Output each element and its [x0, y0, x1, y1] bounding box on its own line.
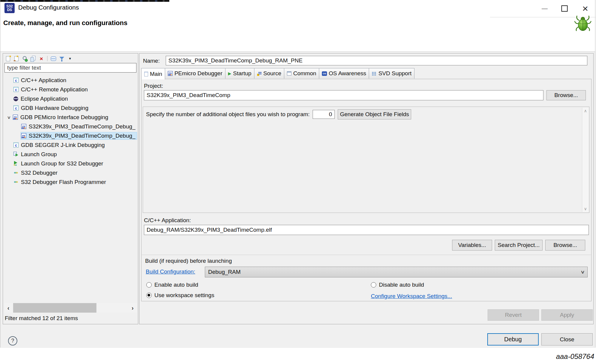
tab-startup[interactable]: ▶ Startup — [225, 68, 254, 79]
chevron-down-icon: ∨ — [580, 269, 585, 275]
tree-item[interactable]: ∨ PE GDB PEMicro Interface Debugging — [3, 113, 138, 122]
radio-icon[interactable] — [146, 282, 152, 288]
tree-item-label: S32 Debugger — [21, 170, 58, 176]
delete-configuration-icon[interactable]: × — [38, 56, 44, 62]
tab-label: Startup — [233, 70, 251, 77]
radio-label: Enable auto build — [154, 282, 198, 288]
new-configuration-icon[interactable] — [5, 56, 11, 62]
name-input[interactable] — [166, 56, 587, 65]
pemicro-icon: PE — [13, 115, 18, 120]
launch-group-s32-icon — [13, 161, 19, 166]
close-window-button[interactable]: × — [577, 2, 594, 15]
figure-label: aaa-058764 — [556, 352, 594, 361]
tab-os-awareness[interactable]: OS OS Awareness — [319, 68, 369, 79]
search-project-button[interactable]: Search Project... — [495, 240, 543, 251]
help-button[interactable]: ? — [8, 336, 17, 345]
sidebar-toolbar: × — ▼ — [5, 55, 73, 62]
launch-group-icon — [13, 152, 19, 157]
filter-menu-dropdown-icon[interactable]: ▼ — [67, 56, 73, 62]
scrollbar-thumb[interactable] — [13, 303, 96, 313]
use-workspace-settings-radio[interactable]: Use workspace settings — [146, 292, 214, 299]
application-buttons-row: Variables... Search Project... Browse... — [452, 240, 585, 251]
build-configuration-select[interactable]: Debug_RAM ∨ — [205, 267, 588, 277]
build-group-divider — [142, 255, 591, 255]
tree-item[interactable]: S32 Debugger Flash Programmer — [3, 177, 138, 187]
tab-label: PEmicro Debugger — [174, 70, 222, 77]
tree-item[interactable]: C/C++ Remote Application — [3, 85, 138, 94]
disable-auto-build-radio[interactable]: Disable auto build — [371, 282, 424, 288]
debug-button[interactable]: Debug — [487, 333, 539, 345]
tree-item[interactable]: S32 Debugger — [3, 168, 138, 177]
tree-item[interactable]: GDB Hardware Debugging — [3, 103, 138, 113]
tab-label: SVD Support — [378, 70, 411, 77]
object-files-count-input[interactable] — [313, 110, 335, 119]
tree-item-label: GDB Hardware Debugging — [21, 105, 88, 111]
close-button[interactable]: Close — [541, 333, 593, 345]
radio-selected-icon[interactable] — [146, 293, 152, 298]
window-title: Debug Configurations — [18, 4, 79, 11]
configuration-tree: C/C++ Application C/C++ Remote Applicati… — [3, 76, 138, 187]
scrollbar-track[interactable] — [13, 303, 128, 313]
filter-status-text: Filter matched 12 of 21 items — [5, 315, 78, 322]
minimize-button[interactable]: — — [536, 2, 553, 15]
browse-project-button[interactable]: Browse... — [546, 90, 586, 100]
tab-label: Source — [263, 70, 281, 77]
sidebar-horizontal-scrollbar[interactable]: ‹ › — [4, 303, 137, 313]
export-configuration-icon[interactable] — [21, 56, 28, 62]
enable-auto-build-radio[interactable]: Enable auto build — [146, 282, 198, 288]
play-icon: ▶ — [228, 71, 231, 76]
tree-expander-icon[interactable]: ∨ — [4, 115, 13, 120]
project-input[interactable] — [144, 90, 543, 100]
apply-button[interactable]: Apply — [541, 309, 593, 321]
radio-icon[interactable] — [371, 282, 376, 288]
tab-label: Main — [150, 71, 162, 77]
os-icon: OS — [322, 71, 327, 76]
object-files-label: Specify the number of additional object … — [146, 111, 310, 118]
tab-pemicro-debugger[interactable]: PE PEmicro Debugger — [165, 68, 225, 79]
s32-flash-programmer-icon — [13, 179, 19, 185]
tree-item-label: GDB SEGGER J-Link Debugging — [21, 142, 105, 148]
tab-common[interactable]: Common — [284, 68, 319, 79]
tab-svd-support[interactable]: SVD Support — [369, 68, 414, 79]
maximize-button[interactable] — [556, 2, 573, 15]
variables-button[interactable]: Variables... — [452, 240, 492, 251]
pemicro-icon: PE — [21, 133, 26, 138]
tree-item[interactable]: Launch Group — [3, 150, 138, 159]
pemicro-icon: PE — [21, 124, 26, 129]
svd-grid-icon — [372, 72, 377, 76]
scroll-down-icon[interactable]: ∨ — [584, 207, 587, 211]
tree-item-selected[interactable]: PE S32K39x_PIM3_DeadTimeComp_Debug_ — [3, 131, 138, 140]
project-label: Project: — [144, 83, 163, 89]
tree-item[interactable]: GDB SEGGER J-Link Debugging — [3, 140, 138, 150]
duplicate-configuration-icon[interactable] — [30, 56, 36, 62]
tree-item-label: S32K39x_PIM3_DeadTimeComp_Debug_ — [29, 123, 135, 130]
scroll-right-icon[interactable]: › — [128, 303, 137, 313]
tree-item[interactable]: Eclipse Application — [3, 94, 138, 103]
group-vertical-scrollbar[interactable]: ∧ ∨ — [582, 107, 589, 212]
tree-item[interactable]: PE S32K39x_PIM3_DeadTimeComp_Debug_ — [3, 122, 138, 131]
tree-item-label: Launch Group for S32 Debugger — [21, 160, 103, 167]
configure-workspace-settings-link[interactable]: Configure Workspace Settings... — [371, 293, 452, 300]
tree-item[interactable]: Launch Group for S32 Debugger — [3, 159, 138, 168]
browse-application-button[interactable]: Browse... — [545, 240, 585, 251]
tree-item[interactable]: C/C++ Application — [3, 76, 138, 85]
build-configuration-link[interactable]: Build Configuration: — [146, 268, 195, 275]
filter-configurations-icon[interactable] — [59, 56, 65, 62]
collapse-all-icon[interactable]: — — [51, 56, 56, 61]
scroll-left-icon[interactable]: ‹ — [4, 303, 13, 313]
scroll-up-icon[interactable]: ∧ — [584, 109, 587, 113]
title-bar[interactable]: S32 DS Debug Configurations — × — [0, 2, 595, 15]
tree-item-label: C/C++ Remote Application — [21, 86, 88, 93]
tree-item-label: Launch Group — [21, 151, 57, 158]
tree-item-label: S32K39x_PIM3_DeadTimeComp_Debug_ — [29, 133, 135, 139]
application-label: C/C++ Application: — [144, 217, 191, 224]
tab-source[interactable]: Source — [254, 68, 284, 79]
filter-input[interactable] — [4, 63, 136, 73]
generate-object-file-fields-button[interactable]: Generate Object File Fields — [338, 109, 411, 119]
revert-button[interactable]: Revert — [488, 309, 539, 321]
new-prototype-icon[interactable] — [13, 56, 19, 62]
application-input[interactable] — [144, 225, 589, 235]
tree-item-label: S32 Debugger Flash Programmer — [21, 179, 106, 185]
gdb-hardware-icon — [13, 105, 19, 110]
tab-main[interactable]: Main — [141, 68, 165, 79]
